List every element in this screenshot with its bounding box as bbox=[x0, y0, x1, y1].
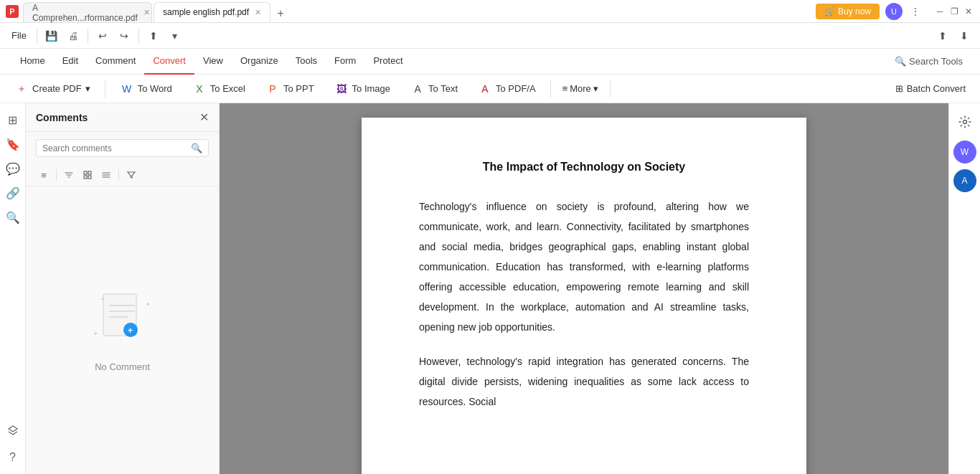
thumbnail-icon[interactable]: ⊞ bbox=[2, 109, 24, 131]
layers-icon[interactable] bbox=[2, 420, 24, 441]
search-tools-button[interactable]: 🔍 Search Tools bbox=[889, 56, 969, 67]
excel-icon: X bbox=[192, 82, 207, 96]
batch-convert-button[interactable]: ⊞ Batch Convert bbox=[887, 80, 974, 98]
buy-now-button[interactable]: 🛒 Buy now bbox=[816, 4, 880, 19]
to-image-button[interactable]: 🖼 To Image bbox=[326, 78, 399, 100]
overflow-icon[interactable]: ⋮ bbox=[908, 4, 923, 19]
word-icon: W bbox=[120, 82, 134, 96]
pdf-paragraph-1: Technology's influence on society is pro… bbox=[419, 196, 749, 337]
svg-text:+: + bbox=[128, 326, 133, 336]
maximize-button[interactable]: ❐ bbox=[948, 6, 960, 17]
to-pdfa-button[interactable]: A To PDF/A bbox=[469, 78, 545, 100]
menu-convert[interactable]: Convert bbox=[144, 49, 194, 75]
menu-view[interactable]: View bbox=[194, 49, 232, 75]
create-pdf-label: Create PDF bbox=[32, 83, 82, 94]
main-area: ⊞ 🔖 💬 🔗 🔍 ? Comments ✕ 🔍 ≡ bbox=[0, 103, 980, 474]
conv-sep2 bbox=[550, 80, 551, 98]
search-tools-icon: 🔍 bbox=[895, 56, 906, 67]
conv-sep1 bbox=[105, 80, 105, 98]
nav-back-icon[interactable]: ⬆ bbox=[933, 26, 953, 46]
tab-1[interactable]: A Comprehen...rformance.pdf ✕ bbox=[23, 2, 152, 22]
svg-rect-3 bbox=[88, 176, 91, 179]
comments-search-icon[interactable]: 🔍 bbox=[191, 143, 202, 153]
titlebar: P A Comprehen...rformance.pdf ✕ sample e… bbox=[0, 0, 980, 23]
user-avatar[interactable]: U bbox=[885, 3, 903, 20]
pdfa-icon: A bbox=[478, 82, 492, 96]
create-pdf-dropdown-icon: ▾ bbox=[85, 83, 90, 94]
dropdown-icon[interactable]: ▾ bbox=[165, 26, 185, 46]
save-icon[interactable]: 💾 bbox=[42, 26, 62, 46]
help-icon[interactable]: ? bbox=[2, 447, 24, 468]
nav-forward-icon[interactable]: ⬇ bbox=[954, 26, 974, 46]
sparkle-bl: ✦ bbox=[93, 331, 98, 337]
expand-icon[interactable] bbox=[80, 167, 95, 183]
menu-protect[interactable]: Protect bbox=[364, 49, 411, 75]
comments-search-bar[interactable]: 🔍 bbox=[36, 139, 209, 157]
to-excel-label: To Excel bbox=[210, 83, 245, 94]
print-icon[interactable]: 🖨 bbox=[63, 26, 83, 46]
to-ppt-label: To PPT bbox=[283, 83, 314, 94]
tab-2-close[interactable]: ✕ bbox=[255, 8, 261, 17]
right-panel-word-avatar[interactable]: W bbox=[953, 141, 976, 163]
right-panel-settings-icon[interactable] bbox=[952, 109, 978, 135]
to-excel-button[interactable]: X To Excel bbox=[184, 78, 254, 100]
app-icon: P bbox=[6, 5, 19, 18]
ppt-icon: P bbox=[265, 82, 280, 96]
more-button[interactable]: ≡ More ▾ bbox=[557, 80, 604, 98]
menu-comment[interactable]: Comment bbox=[87, 49, 144, 75]
pdf-viewer[interactable]: The Impact of Technology on Society Tech… bbox=[220, 103, 948, 474]
undo-icon[interactable]: ↩ bbox=[93, 26, 113, 46]
svg-point-10 bbox=[963, 120, 966, 124]
tab-bar: A Comprehen...rformance.pdf ✕ sample eng… bbox=[23, 0, 816, 22]
collapse-icon[interactable] bbox=[98, 167, 114, 183]
convert-toolbar: ＋ Create PDF ▾ W To Word X To Excel P To… bbox=[0, 75, 980, 103]
right-panel-word-avatar2[interactable]: A bbox=[953, 169, 976, 192]
redo-icon[interactable]: ↪ bbox=[114, 26, 134, 46]
search-icon[interactable]: 🔍 bbox=[2, 207, 24, 228]
filter-icon[interactable]: ≡ bbox=[36, 167, 52, 183]
more-dropdown-icon: ▾ bbox=[593, 83, 598, 94]
text-icon: A bbox=[410, 82, 425, 96]
tab-1-close[interactable]: ✕ bbox=[143, 8, 150, 17]
comment-icon[interactable]: 💬 bbox=[2, 158, 24, 179]
no-comment-label: No Comment bbox=[95, 361, 150, 372]
menu-form[interactable]: Form bbox=[326, 49, 364, 75]
new-tab-button[interactable]: + bbox=[272, 5, 289, 22]
pdf-page: The Impact of Technology on Society Tech… bbox=[362, 118, 806, 474]
svg-rect-2 bbox=[84, 176, 87, 179]
menu-edit[interactable]: Edit bbox=[54, 49, 87, 75]
batch-label: Batch Convert bbox=[907, 83, 966, 94]
to-text-button[interactable]: A To Text bbox=[402, 78, 466, 100]
file-menu[interactable]: File bbox=[6, 30, 32, 41]
comments-search-input[interactable] bbox=[42, 143, 191, 153]
minimize-button[interactable]: ─ bbox=[934, 6, 946, 17]
document-svg: + bbox=[100, 293, 143, 343]
to-word-button[interactable]: W To Word bbox=[111, 78, 181, 100]
menu-tools[interactable]: Tools bbox=[287, 49, 326, 75]
tab-2[interactable]: sample english pdf.pdf ✕ bbox=[154, 2, 270, 22]
sort-icon[interactable] bbox=[61, 167, 77, 183]
no-comment-illustration: ✦ ✦ ✦ + bbox=[90, 288, 155, 353]
menu-home[interactable]: Home bbox=[11, 49, 54, 75]
create-pdf-button[interactable]: ＋ Create PDF ▾ bbox=[6, 78, 99, 100]
sep3 bbox=[138, 29, 139, 43]
comment-filter-icon[interactable] bbox=[123, 167, 139, 183]
titlebar-right: 🛒 Buy now U ⋮ ─ ❐ ✕ bbox=[816, 3, 974, 20]
attachment-icon[interactable]: 🔗 bbox=[2, 182, 24, 204]
to-ppt-button[interactable]: P To PPT bbox=[257, 78, 323, 100]
bookmark-icon[interactable]: 🔖 bbox=[2, 133, 24, 155]
menu-organize[interactable]: Organize bbox=[232, 49, 287, 75]
comments-title: Comments bbox=[36, 112, 88, 123]
image-icon: 🖼 bbox=[334, 82, 349, 96]
ct-sep1 bbox=[56, 169, 57, 181]
nav-buttons: ⬆ ⬇ bbox=[933, 26, 974, 46]
share-icon[interactable]: ⬆ bbox=[143, 26, 164, 46]
comments-close-button[interactable]: ✕ bbox=[199, 110, 209, 124]
window-controls: ─ ❐ ✕ bbox=[934, 6, 974, 17]
to-image-label: To Image bbox=[352, 83, 390, 94]
menubar: Home Edit Comment Convert View Organize … bbox=[0, 49, 980, 75]
pdf-paragraph-2: However, technology's rapid integration … bbox=[419, 351, 749, 412]
close-button[interactable]: ✕ bbox=[963, 6, 974, 17]
search-tools-label: Search Tools bbox=[909, 56, 963, 67]
to-pdfa-label: To PDF/A bbox=[496, 83, 536, 94]
